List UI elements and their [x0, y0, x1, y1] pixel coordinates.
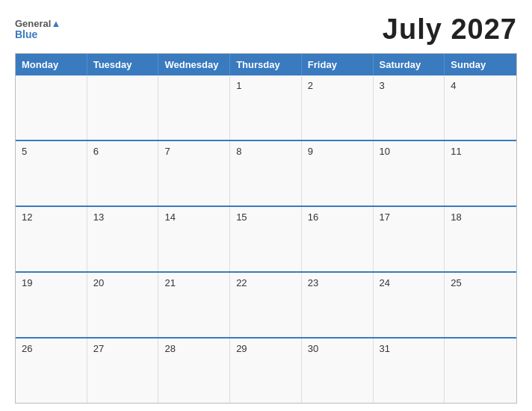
day-number: 18 — [451, 211, 510, 223]
calendar-cell-21: 21 — [158, 273, 230, 337]
day-number: 12 — [22, 211, 81, 223]
day-number: 4 — [451, 80, 510, 91]
calendar-cell-7: 7 — [158, 141, 230, 206]
calendar-row-3: 19202122232425 — [16, 271, 516, 337]
day-number: 23 — [308, 277, 367, 288]
calendar-cell-14: 14 — [158, 207, 230, 271]
day-header-thursday: Thursday — [230, 54, 302, 75]
day-number: 1 — [236, 80, 295, 91]
calendar-cell-26: 26 — [16, 339, 87, 403]
day-number: 2 — [308, 80, 367, 91]
day-number: 19 — [22, 277, 81, 288]
day-number: 22 — [236, 277, 295, 288]
calendar-cell-20: 20 — [87, 273, 159, 337]
calendar-cell-empty-0-2 — [158, 75, 230, 140]
calendar-cell-empty-0-1 — [87, 75, 159, 140]
day-header-tuesday: Tuesday — [87, 54, 159, 75]
calendar-cell-29: 29 — [230, 339, 302, 403]
calendar-row-0: 1234 — [16, 75, 516, 140]
calendar-cell-28: 28 — [158, 339, 230, 403]
day-number: 6 — [93, 146, 152, 157]
day-number: 26 — [22, 343, 81, 354]
day-number: 7 — [164, 146, 223, 157]
calendar-cell-1: 1 — [230, 75, 302, 140]
calendar-cell-27: 27 — [87, 339, 159, 403]
day-number: 13 — [93, 211, 152, 223]
day-number: 31 — [380, 343, 439, 354]
calendar-cell-24: 24 — [374, 273, 445, 337]
calendar-cell-2: 2 — [302, 75, 374, 140]
day-number: 15 — [236, 211, 295, 223]
logo: General▲ Blue — [15, 19, 61, 40]
day-number: 29 — [236, 343, 295, 354]
calendar-row-2: 12131415161718 — [16, 206, 516, 271]
calendar-cell-22: 22 — [230, 273, 302, 337]
calendar-cell-25: 25 — [445, 273, 516, 337]
day-number: 25 — [451, 277, 510, 288]
calendar-cell-11: 11 — [445, 141, 516, 206]
day-number: 11 — [451, 146, 510, 157]
day-header-wednesday: Wednesday — [158, 54, 230, 75]
calendar-cell-17: 17 — [374, 207, 445, 271]
day-number: 14 — [164, 211, 223, 223]
calendar-grid: MondayTuesdayWednesdayThursdayFridaySatu… — [15, 53, 517, 404]
calendar-page: General▲ Blue July 2027 MondayTuesdayWed… — [0, 0, 532, 411]
day-header-friday: Friday — [302, 54, 374, 75]
calendar-row-1: 567891011 — [16, 140, 516, 206]
day-number: 21 — [164, 277, 223, 288]
day-number: 8 — [236, 146, 295, 157]
day-header-sunday: Sunday — [445, 54, 516, 75]
calendar-cell-18: 18 — [445, 207, 516, 271]
day-number: 3 — [380, 80, 439, 91]
calendar-cell-12: 12 — [16, 207, 87, 271]
day-number: 16 — [308, 211, 367, 223]
calendar-cell-19: 19 — [16, 273, 87, 337]
calendar-cell-13: 13 — [87, 207, 159, 271]
day-number: 27 — [93, 343, 152, 354]
calendar-cell-10: 10 — [374, 141, 445, 206]
calendar-header: MondayTuesdayWednesdayThursdayFridaySatu… — [16, 54, 516, 75]
day-number: 10 — [380, 146, 439, 157]
day-number: 9 — [308, 146, 367, 157]
calendar-cell-empty-0-0 — [16, 75, 87, 140]
calendar-row-4: 262728293031 — [16, 337, 516, 403]
day-number: 17 — [380, 211, 439, 223]
calendar-cell-15: 15 — [230, 207, 302, 271]
calendar-cell-30: 30 — [302, 339, 374, 403]
calendar-cell-16: 16 — [302, 207, 374, 271]
month-title: July 2027 — [383, 13, 517, 46]
calendar-cell-9: 9 — [302, 141, 374, 206]
day-header-saturday: Saturday — [374, 54, 445, 75]
day-number: 28 — [164, 343, 223, 354]
calendar-cell-6: 6 — [87, 141, 159, 206]
calendar-body: 1234567891011121314151617181920212223242… — [16, 75, 516, 403]
day-number: 5 — [22, 146, 81, 157]
page-header: General▲ Blue July 2027 — [15, 13, 517, 46]
calendar-cell-empty-4-6 — [445, 339, 516, 403]
calendar-cell-5: 5 — [16, 141, 87, 206]
calendar-cell-23: 23 — [302, 273, 374, 337]
calendar-cell-3: 3 — [374, 75, 445, 140]
day-number: 30 — [308, 343, 367, 354]
day-number: 24 — [380, 277, 439, 288]
calendar-cell-31: 31 — [374, 339, 445, 403]
day-number: 20 — [93, 277, 152, 288]
calendar-cell-8: 8 — [230, 141, 302, 206]
calendar-cell-4: 4 — [445, 75, 516, 140]
day-header-monday: Monday — [16, 54, 87, 75]
